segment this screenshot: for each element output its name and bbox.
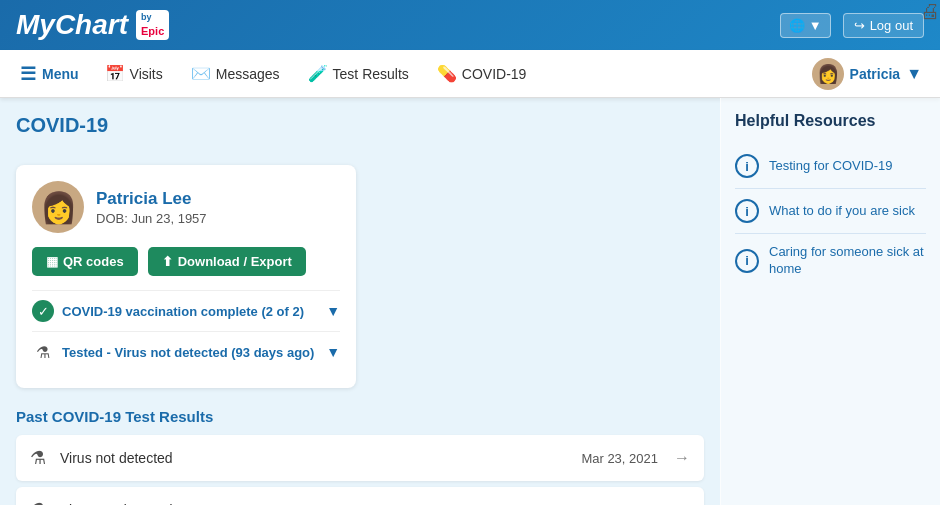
patient-card: 👩 Patricia Lee DOB: Jun 23, 1957 ▦ QR co… — [16, 165, 356, 388]
resource-sick[interactable]: i What to do if you are sick — [735, 189, 926, 234]
result-arrow-1: → — [674, 501, 690, 505]
card-actions: ▦ QR codes ⬆ Download / Export — [32, 247, 340, 276]
nav-messages-label: Messages — [216, 66, 280, 82]
nav-visits[interactable]: 📅 Visits — [93, 58, 175, 89]
result-row-0[interactable]: ⚗ Virus not detected Mar 23, 2021 → — [16, 435, 704, 481]
visits-icon: 📅 — [105, 64, 125, 83]
user-profile[interactable]: 👩 Patricia ▼ — [804, 54, 930, 94]
nav-medications-label: COVID-19 — [462, 66, 527, 82]
past-results-section: Past COVID-19 Test Results ⚗ Virus not d… — [16, 408, 704, 505]
patient-details: Patricia Lee DOB: Jun 23, 1957 — [96, 189, 207, 226]
result-flask-icon-0: ⚗ — [30, 447, 46, 469]
logout-icon: ↪ — [854, 18, 865, 33]
patient-info: 👩 Patricia Lee DOB: Jun 23, 1957 — [32, 181, 340, 233]
nav-visits-label: Visits — [130, 66, 163, 82]
nav-medications[interactable]: 💊 COVID-19 — [425, 58, 539, 89]
vaccination-status-text: COVID-19 vaccination complete (2 of 2) — [62, 304, 304, 319]
avatar: 👩 — [812, 58, 844, 90]
logout-label: Log out — [870, 18, 913, 33]
qr-codes-button[interactable]: ▦ QR codes — [32, 247, 138, 276]
download-export-button[interactable]: ⬆ Download / Export — [148, 247, 306, 276]
patient-dob: DOB: Jun 23, 1957 — [96, 211, 207, 226]
vaccination-chevron-icon: ▼ — [326, 303, 340, 319]
header-actions: 🌐 ▼ ↪ Log out — [780, 13, 924, 38]
epic-brand: Epic — [141, 24, 164, 38]
resource-testing[interactable]: i Testing for COVID-19 — [735, 144, 926, 189]
covid-header: COVID-19 🖨 — [16, 114, 704, 151]
result-date-0: Mar 23, 2021 — [581, 451, 658, 466]
past-results-title: Past COVID-19 Test Results — [16, 408, 704, 425]
messages-icon: ✉️ — [191, 64, 211, 83]
info-icon-sick: i — [735, 199, 759, 223]
user-name-label: Patricia — [850, 66, 901, 82]
vaccination-status-row[interactable]: ✓ COVID-19 vaccination complete (2 of 2)… — [32, 290, 340, 331]
flask-icon: ⚗ — [32, 341, 54, 363]
check-icon: ✓ — [32, 300, 54, 322]
nav-test-results-label: Test Results — [333, 66, 409, 82]
result-arrow-0: → — [674, 449, 690, 467]
upload-icon: ⬆ — [162, 254, 173, 269]
info-icon-caring: i — [735, 249, 759, 273]
main-layout: COVID-19 🖨 👩 Patricia Lee DOB: Jun 23, 1… — [0, 98, 940, 505]
sidebar-title: Helpful Resources — [735, 112, 926, 130]
profile-chevron-icon: ▼ — [906, 65, 922, 83]
logo-area: MyChart by Epic — [16, 9, 169, 41]
nav-messages[interactable]: ✉️ Messages — [179, 58, 292, 89]
app-logo: MyChart — [16, 9, 128, 41]
test-status-text: Tested - Virus not detected (93 days ago… — [62, 345, 314, 360]
nav-left: ☰ Menu 📅 Visits ✉️ Messages 🧪 Test Resul… — [10, 57, 538, 91]
resource-caring[interactable]: i Caring for someone sick at home — [735, 234, 926, 288]
result-row-1[interactable]: ⚗ Virus not detected Sep 13, 2020 → — [16, 487, 704, 505]
vaccination-status-left: ✓ COVID-19 vaccination complete (2 of 2) — [32, 300, 304, 322]
result-flask-icon-1: ⚗ — [30, 499, 46, 505]
test-status-row[interactable]: ⚗ Tested - Virus not detected (93 days a… — [32, 331, 340, 372]
test-status-left: ⚗ Tested - Virus not detected (93 days a… — [32, 341, 314, 363]
language-button[interactable]: 🌐 ▼ — [780, 13, 830, 38]
nav-test-results[interactable]: 🧪 Test Results — [296, 58, 421, 89]
app-header: MyChart by Epic 🌐 ▼ ↪ Log out — [0, 0, 940, 50]
main-navbar: ☰ Menu 📅 Visits ✉️ Messages 🧪 Test Resul… — [0, 50, 940, 98]
info-icon-testing: i — [735, 154, 759, 178]
epic-badge: by Epic — [136, 10, 169, 40]
menu-button[interactable]: ☰ Menu — [10, 57, 89, 91]
helpful-resources-sidebar: Helpful Resources i Testing for COVID-19… — [720, 98, 940, 505]
qr-icon: ▦ — [46, 254, 58, 269]
test-results-icon: 🧪 — [308, 64, 328, 83]
patient-name: Patricia Lee — [96, 189, 207, 209]
patient-avatar: 👩 — [32, 181, 84, 233]
test-chevron-icon: ▼ — [326, 344, 340, 360]
result-label-0: Virus not detected — [60, 450, 581, 466]
resource-testing-label: Testing for COVID-19 — [769, 158, 893, 175]
menu-label: Menu — [42, 66, 79, 82]
page-title: COVID-19 — [16, 114, 108, 137]
resource-caring-label: Caring for someone sick at home — [769, 244, 926, 278]
medications-icon: 💊 — [437, 64, 457, 83]
hamburger-icon: ☰ — [20, 63, 36, 85]
content-area: COVID-19 🖨 👩 Patricia Lee DOB: Jun 23, 1… — [0, 98, 720, 505]
resource-sick-label: What to do if you are sick — [769, 203, 915, 220]
logout-button[interactable]: ↪ Log out — [843, 13, 924, 38]
